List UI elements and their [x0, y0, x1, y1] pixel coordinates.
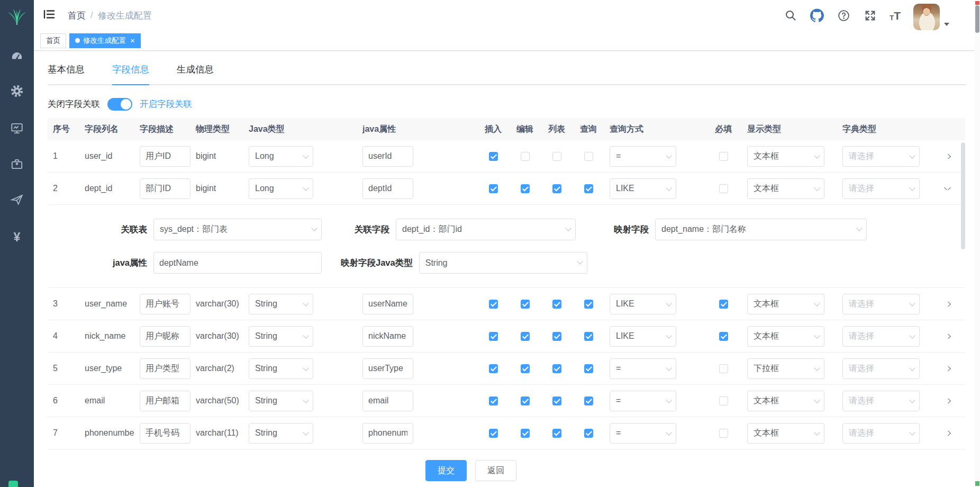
dict-type-select[interactable]: 请选择	[842, 423, 920, 444]
insert-checkbox[interactable]	[489, 364, 498, 373]
query-type-select[interactable]: LIKE	[610, 178, 676, 199]
expand-icon[interactable]	[944, 431, 951, 436]
insert-checkbox[interactable]	[489, 332, 498, 341]
sidebar-item-pay[interactable]: ¥	[0, 227, 34, 248]
java-field-input[interactable]	[362, 423, 413, 444]
java-field-input[interactable]	[362, 178, 413, 199]
java-type-select[interactable]: String	[249, 423, 313, 444]
aloe-plant-logo[interactable]	[0, 5, 34, 29]
html-type-select[interactable]: 文本框	[747, 294, 824, 314]
insert-checkbox[interactable]	[489, 396, 498, 405]
query-checkbox[interactable]	[584, 332, 593, 341]
avatar[interactable]	[913, 4, 940, 30]
insert-checkbox[interactable]	[489, 300, 498, 309]
insert-checkbox[interactable]	[489, 152, 498, 161]
required-checkbox[interactable]	[719, 184, 728, 193]
tag-home[interactable]: 首页	[40, 33, 66, 48]
java-field-input[interactable]	[362, 326, 413, 347]
expand-icon[interactable]	[944, 366, 951, 371]
sidebar-item-system[interactable]	[0, 80, 34, 102]
sidebar-collapse-icon[interactable]	[40, 6, 58, 25]
expand-icon[interactable]	[944, 154, 951, 159]
required-checkbox[interactable]	[719, 364, 728, 373]
sidebar-item-tool[interactable]	[0, 154, 34, 175]
query-type-select[interactable]: LIKE	[610, 326, 676, 347]
edit-checkbox[interactable]	[521, 332, 530, 341]
java-type-select[interactable]: Long	[249, 178, 313, 199]
edit-checkbox[interactable]	[521, 396, 530, 405]
html-type-select[interactable]: 文本框	[747, 423, 824, 444]
required-checkbox[interactable]	[719, 300, 728, 309]
java-type-select[interactable]: Long	[249, 146, 313, 167]
query-checkbox[interactable]	[584, 396, 593, 405]
close-icon[interactable]: ×	[130, 37, 135, 44]
column-desc-input[interactable]	[140, 326, 190, 347]
html-type-select[interactable]: 文本框	[747, 178, 824, 199]
map-java-type-select[interactable]: String	[419, 252, 587, 274]
tag-current[interactable]: 修改生成配置 ×	[69, 33, 141, 48]
sidebar-item-monitor[interactable]	[0, 118, 34, 139]
dict-type-select[interactable]: 请选择	[842, 391, 920, 411]
required-checkbox[interactable]	[719, 396, 728, 405]
html-type-select[interactable]: 文本框	[747, 146, 824, 167]
column-desc-input[interactable]	[140, 423, 190, 444]
list-checkbox[interactable]	[552, 152, 561, 161]
dict-type-select[interactable]: 请选择	[842, 294, 920, 314]
java-field-input[interactable]	[362, 391, 413, 411]
java-type-select[interactable]: String	[249, 358, 313, 379]
list-checkbox[interactable]	[552, 184, 561, 193]
page-scrollbar[interactable]	[975, 0, 980, 487]
query-type-select[interactable]: =	[610, 423, 676, 444]
edit-checkbox[interactable]	[521, 152, 530, 161]
submit-button[interactable]: 提交	[425, 460, 467, 481]
table-scrollbar[interactable]	[961, 142, 965, 249]
list-checkbox[interactable]	[552, 429, 561, 438]
html-type-select[interactable]: 文本框	[747, 326, 824, 347]
search-icon[interactable]	[784, 8, 797, 22]
java-type-select[interactable]: String	[249, 391, 313, 411]
sidebar-item-dashboard[interactable]	[0, 46, 34, 67]
font-size-icon[interactable]: TT	[890, 10, 901, 21]
query-checkbox[interactable]	[584, 152, 593, 161]
column-desc-input[interactable]	[140, 146, 190, 167]
java-type-select[interactable]: String	[249, 294, 313, 314]
expand-icon[interactable]	[944, 302, 951, 306]
java-attr-input[interactable]	[153, 252, 322, 274]
html-type-select[interactable]: 文本框	[747, 391, 824, 411]
java-field-input[interactable]	[362, 358, 413, 379]
github-icon[interactable]	[810, 8, 824, 22]
query-type-select[interactable]: =	[610, 146, 676, 167]
sidebar-item-guide[interactable]	[0, 189, 34, 210]
java-field-input[interactable]	[362, 146, 413, 167]
required-checkbox[interactable]	[719, 429, 728, 438]
list-checkbox[interactable]	[552, 364, 561, 373]
scrollbar-thumb[interactable]	[975, 5, 979, 33]
assoc-field-select[interactable]: dept_id：部门id	[396, 219, 576, 240]
list-checkbox[interactable]	[552, 396, 561, 405]
edit-checkbox[interactable]	[521, 300, 530, 309]
expand-icon[interactable]	[944, 334, 951, 339]
dict-type-select[interactable]: 请选择	[842, 178, 920, 199]
query-type-select[interactable]: LIKE	[610, 294, 676, 314]
relation-toggle[interactable]	[107, 98, 132, 111]
query-type-select[interactable]: =	[610, 358, 676, 379]
query-type-select[interactable]: =	[610, 391, 676, 411]
edit-checkbox[interactable]	[521, 184, 530, 193]
tab-gen-info[interactable]: 生成信息	[177, 63, 214, 85]
java-field-input[interactable]	[362, 294, 413, 314]
user-menu[interactable]	[913, 1, 949, 30]
help-icon[interactable]	[837, 8, 850, 22]
breadcrumb-home[interactable]: 首页	[68, 10, 86, 22]
column-desc-input[interactable]	[140, 358, 190, 379]
fullscreen-icon[interactable]	[863, 8, 877, 22]
back-button[interactable]: 返回	[475, 460, 516, 481]
required-checkbox[interactable]	[719, 332, 728, 341]
dict-type-select[interactable]: 请选择	[842, 326, 920, 347]
insert-checkbox[interactable]	[489, 429, 498, 438]
expand-icon[interactable]	[944, 187, 951, 190]
edit-checkbox[interactable]	[521, 429, 530, 438]
tab-field-info[interactable]: 字段信息	[112, 63, 149, 85]
query-checkbox[interactable]	[584, 184, 593, 193]
map-field-select[interactable]: dept_name：部门名称	[655, 219, 867, 240]
edit-checkbox[interactable]	[521, 364, 530, 373]
